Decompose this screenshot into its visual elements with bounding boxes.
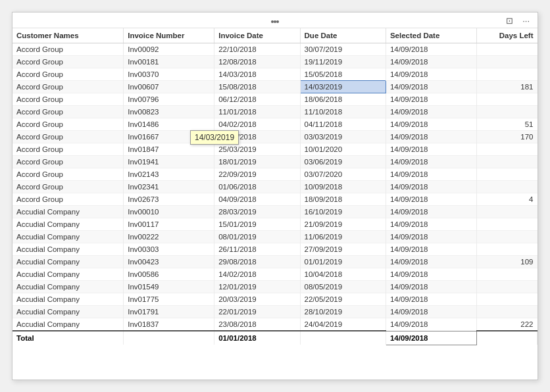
col-header-customer: Customer Names	[12, 28, 124, 43]
table-container[interactable]: Customer Names Invoice Number Invoice Da…	[12, 28, 538, 380]
table-cell: 14/09/2018	[386, 168, 476, 181]
table-row[interactable]: Accudial CompanyInv0042329/08/201801/01/…	[12, 256, 538, 268]
table-cell: Inv01549	[124, 281, 214, 293]
table-row[interactable]: Accord GroupInv0194118/01/201903/06/2019…	[12, 156, 538, 168]
table-cell: Inv00181	[124, 56, 214, 68]
table-cell	[476, 231, 537, 243]
table-cell: Inv00423	[124, 256, 214, 268]
table-row[interactable]: Accord GroupInv0060715/08/201814/03/2019…	[12, 81, 538, 93]
table-row[interactable]: Accord GroupInv0234101/06/201810/09/2018…	[12, 181, 538, 193]
table-cell: 170	[476, 131, 537, 143]
title-bar-drag-handle[interactable]	[271, 16, 279, 25]
table-row[interactable]: Accord GroupInv0214322/09/201903/07/2020…	[12, 168, 538, 181]
expand-button[interactable]: ⊡	[503, 14, 516, 26]
table-cell: 14/09/2018	[386, 81, 476, 93]
table-cell: Accudial Company	[12, 318, 124, 331]
table-cell: 14/09/2018	[386, 243, 476, 256]
table-row[interactable]: Accord GroupInv0267304/09/201818/09/2018…	[12, 193, 538, 206]
table-cell: 16/10/2019	[300, 206, 386, 218]
more-button[interactable]: ···	[520, 14, 532, 26]
table-cell: Accord Group	[12, 143, 124, 156]
table-cell: 4	[476, 193, 537, 206]
table-row[interactable]: Accudial CompanyInv0011715/01/201921/09/…	[12, 218, 538, 231]
table-cell: Inv00586	[124, 268, 214, 281]
table-cell: 14/09/2018	[386, 218, 476, 231]
table-row[interactable]: Accudial CompanyInv0179122/01/201928/10/…	[12, 306, 538, 318]
col-header-due-date: Due Date	[300, 28, 386, 43]
table-cell: 25/03/2019	[214, 143, 300, 156]
table-row[interactable]: Accudial CompanyInv0154912/01/201908/05/…	[12, 281, 538, 293]
table-cell: Accudial Company	[12, 281, 124, 293]
table-cell: 14/09/2018	[386, 318, 476, 331]
table-cell: 14/09/2018	[386, 131, 476, 143]
drag-dots	[271, 16, 279, 25]
table-row[interactable]: Accord GroupInv0082311/01/201811/10/2018…	[12, 106, 538, 118]
table-cell: 12/01/2019	[214, 281, 300, 293]
table-cell: Inv00796	[124, 93, 214, 106]
table-cell: Inv01667	[124, 131, 214, 143]
table-row[interactable]: Accord GroupInv0037014/03/201815/05/2018…	[12, 68, 538, 81]
table-row[interactable]: Accord GroupInv0148604/02/201804/11/2018…	[12, 118, 538, 131]
table-cell: 06/12/2018	[214, 93, 300, 106]
table-row[interactable]: Accudial CompanyInv0058614/02/201810/04/…	[12, 268, 538, 281]
table-cell: Accord Group	[12, 81, 124, 93]
table-cell: 04/09/2018	[214, 193, 300, 206]
col-header-invoice-number: Invoice Number	[124, 28, 214, 43]
footer-due-date	[300, 331, 386, 345]
table-cell: Accord Group	[12, 93, 124, 106]
table-cell: 15/08/2018	[214, 81, 300, 93]
table-cell: Accord Group	[12, 68, 124, 81]
table-cell: 10/01/2020	[300, 143, 386, 156]
table-cell: 04/11/2018	[300, 118, 386, 131]
table-row[interactable]: Accudial CompanyInv0177520/03/201922/05/…	[12, 293, 538, 306]
table-row[interactable]: Accord GroupInv0184725/03/201910/01/2020…	[12, 143, 538, 156]
table-cell: 222	[476, 318, 537, 331]
table-cell: Inv00222	[124, 231, 214, 243]
table-row[interactable]: Accord GroupInv0079606/12/201818/06/2018…	[12, 93, 538, 106]
table-cell: Accudial Company	[12, 243, 124, 256]
table-cell: 26/11/2018	[214, 243, 300, 256]
table-cell: Inv00117	[124, 218, 214, 231]
table-cell: Inv00010	[124, 206, 214, 218]
table-cell: 11/06/2019	[300, 231, 386, 243]
table-cell	[476, 218, 537, 231]
table-header: Customer Names Invoice Number Invoice Da…	[12, 28, 538, 43]
table-cell: 14/09/2018	[386, 68, 476, 81]
table-cell: 04/02/2018	[214, 118, 300, 131]
table-cell: 10/09/2018	[300, 181, 386, 193]
footer-invoice-num	[124, 331, 214, 345]
table-cell: 22/05/2019	[300, 293, 386, 306]
table-row[interactable]: Accudial CompanyInv0001028/03/201916/10/…	[12, 206, 538, 218]
table-cell: 28/03/2019	[214, 206, 300, 218]
content-area: Customer Names Invoice Number Invoice Da…	[12, 28, 538, 380]
table-cell	[476, 181, 537, 193]
table-row[interactable]: Accudial CompanyInv0022208/01/201911/06/…	[12, 231, 538, 243]
table-cell: 14/09/2018	[386, 56, 476, 68]
table-row[interactable]: Accord GroupInv0166711/04/201803/03/2019…	[12, 131, 538, 143]
table-cell: 14/09/2018	[386, 293, 476, 306]
table-cell: 15/05/2018	[300, 68, 386, 81]
table-cell: 14/09/2018	[386, 181, 476, 193]
table-cell: Accord Group	[12, 118, 124, 131]
table-cell: Inv00823	[124, 106, 214, 118]
table-cell: 12/08/2018	[214, 56, 300, 68]
col-header-days-left: Days Left	[476, 28, 537, 43]
table-row[interactable]: Accudial CompanyInv0030326/11/201827/09/…	[12, 243, 538, 256]
table-cell: 109	[476, 256, 537, 268]
table-cell: Inv02341	[124, 181, 214, 193]
table-cell: 14/09/2018	[386, 106, 476, 118]
title-bar: ⊡ ···	[12, 12, 538, 28]
table-row[interactable]: Accord GroupInv0018112/08/201819/11/2019…	[12, 56, 538, 68]
table-cell: 03/07/2020	[300, 168, 386, 181]
table-cell: 14/09/2018	[386, 306, 476, 318]
table-cell: 14/09/2018	[386, 193, 476, 206]
table-row[interactable]: Accudial CompanyInv0183723/08/201824/04/…	[12, 318, 538, 331]
footer-invoice-date: 01/01/2018	[214, 331, 300, 345]
table-cell: Accudial Company	[12, 268, 124, 281]
table-cell: 15/01/2019	[214, 218, 300, 231]
footer-selected-date: 14/09/2018	[386, 331, 476, 345]
table-body: Accord GroupInv0009222/10/201830/07/2019…	[12, 43, 538, 331]
table-row[interactable]: Accord GroupInv0009222/10/201830/07/2019…	[12, 43, 538, 56]
table-cell: Accord Group	[12, 131, 124, 143]
footer-total-label: Total	[12, 331, 124, 345]
